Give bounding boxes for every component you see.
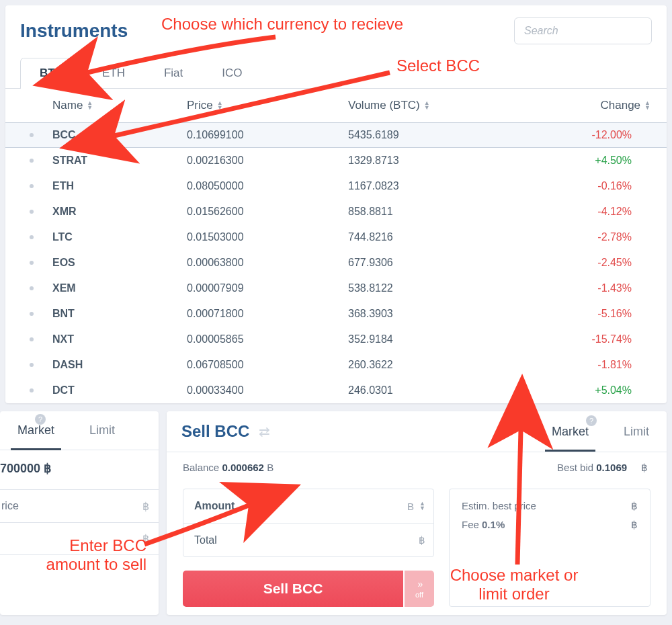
column-volume[interactable]: Volume (BTC) ▲▼: [348, 99, 516, 112]
sell-tab-market[interactable]: Market: [534, 413, 606, 451]
cell-volume: 246.0301: [348, 384, 516, 397]
cell-change: -1.81%: [516, 359, 650, 371]
cell-change: -1.43%: [516, 282, 650, 294]
swap-icon[interactable]: ⇄: [259, 427, 270, 435]
sell-panel: Sell BCC ⇄ ? Market Limit Balance 0.0006…: [167, 411, 667, 615]
btc-unit-icon: ฿: [631, 519, 638, 531]
tab-ico[interactable]: ICO: [202, 58, 261, 88]
column-name-label: Name: [52, 99, 83, 112]
currency-tabs: BTC ETH Fiat ICO: [5, 50, 667, 89]
table-row[interactable]: BCC0.106991005435.6189-12.00%: [5, 122, 667, 148]
cell-change: -2.45%: [516, 257, 650, 269]
cell-price: 0.00063800: [187, 257, 348, 269]
tab-fiat[interactable]: Fiat: [144, 58, 202, 88]
off-label: off: [415, 591, 423, 599]
buy-panel-fragment: ? Market Limit 700000 ฿ rice ฿ ฿: [0, 411, 159, 615]
status-dot: [30, 210, 34, 214]
off-toggle[interactable]: » off: [405, 571, 434, 607]
fee-text: Fee 0.1%: [462, 519, 505, 531]
table-row[interactable]: DCT0.00033400246.0301+5.04%: [5, 378, 667, 403]
cell-volume: 260.3622: [348, 359, 516, 371]
cell-change: +5.04%: [516, 384, 650, 397]
cell-change: +4.50%: [516, 155, 650, 167]
sell-button[interactable]: Sell BCC: [183, 571, 403, 607]
table-row[interactable]: DASH0.06708500260.3622-1.81%: [5, 352, 667, 378]
cell-price: 0.01503000: [187, 231, 348, 243]
cell-price: 0.06708500: [187, 359, 348, 371]
column-name[interactable]: Name ▲▼: [52, 99, 187, 112]
status-dot: [30, 133, 34, 137]
column-change-label: Change: [601, 99, 641, 112]
cell-volume: 538.8122: [348, 282, 516, 294]
cell-volume: 1329.8713: [348, 155, 516, 167]
cell-change: -0.16%: [516, 180, 650, 192]
cell-change: -15.74%: [516, 333, 650, 345]
status-dot: [30, 312, 34, 316]
amount-unit: B: [407, 501, 414, 512]
cell-price: 0.00033400: [187, 384, 348, 397]
left-balance: 700000 ฿: [0, 450, 159, 489]
left-price-row: rice ฿: [0, 490, 159, 522]
cell-change: -4.12%: [516, 206, 650, 218]
column-volume-label: Volume (BTC): [348, 99, 420, 112]
table-row[interactable]: NXT0.00005865352.9184-15.74%: [5, 327, 667, 352]
table-row[interactable]: XEM0.00007909538.8122-1.43%: [5, 276, 667, 301]
status-dot: [30, 159, 34, 163]
total-label: Total: [194, 534, 217, 546]
table-row[interactable]: STRAT0.002163001329.8713+4.50%: [5, 148, 667, 173]
table-body[interactable]: BCC0.106991005435.6189-12.00%STRAT0.0021…: [5, 122, 667, 403]
table-row[interactable]: EOS0.00063800677.9306-2.45%: [5, 250, 667, 276]
cell-volume: 5435.6189: [348, 129, 516, 141]
cell-volume: 1167.0823: [348, 180, 516, 192]
amount-label: Amount: [194, 500, 235, 512]
table-row[interactable]: BNT0.00071800368.3903-5.16%: [5, 301, 667, 327]
sell-tab-limit[interactable]: Limit: [606, 413, 667, 451]
status-dot: [30, 184, 34, 188]
amount-input[interactable]: Amount B ▲▼: [183, 489, 433, 523]
table-row[interactable]: ETH0.080500001167.0823-0.16%: [5, 173, 667, 199]
stepper-icon[interactable]: ▲▼: [419, 501, 425, 511]
cell-name: STRAT: [52, 155, 187, 167]
cell-name: EOS: [52, 257, 187, 269]
cell-name: LTC: [52, 231, 187, 243]
search-input[interactable]: [514, 17, 652, 44]
left-price-label: rice: [0, 500, 19, 512]
cell-name: ETH: [52, 180, 187, 192]
sort-icon: ▲▼: [424, 101, 430, 110]
cell-price: 0.01562600: [187, 206, 348, 218]
status-dot: [30, 337, 34, 341]
tab-btc[interactable]: BTC: [20, 58, 83, 89]
cell-price: 0.00005865: [187, 333, 348, 345]
balance-text: Balance 0.000662 B: [183, 462, 274, 474]
order-tab-limit[interactable]: Limit: [72, 411, 132, 450]
cell-volume: 744.8216: [348, 231, 516, 243]
column-price[interactable]: Price ▲▼: [187, 99, 348, 112]
column-change[interactable]: Change ▲▼: [516, 99, 650, 112]
cell-price: 0.08050000: [187, 180, 348, 192]
sort-icon: ▲▼: [217, 101, 223, 110]
estimate-box: Estim. best price ฿ Fee 0.1% ฿: [449, 489, 650, 607]
total-unit: ฿: [419, 534, 425, 546]
cell-volume: 368.3903: [348, 308, 516, 320]
table-row[interactable]: XMR0.01562600858.8811-4.12%: [5, 199, 667, 224]
order-tab-market[interactable]: Market: [0, 411, 72, 450]
cell-name: BNT: [52, 308, 187, 320]
column-price-label: Price: [187, 99, 213, 112]
cell-price: 0.00007909: [187, 282, 348, 294]
table-row[interactable]: LTC0.01503000744.8216-2.78%: [5, 224, 667, 250]
sort-icon: ▲▼: [87, 101, 93, 110]
status-dot: [30, 363, 34, 367]
cell-price: 0.00071800: [187, 308, 348, 320]
cell-change: -12.00%: [516, 129, 650, 141]
status-dot: [30, 261, 34, 265]
tab-eth[interactable]: ETH: [83, 58, 144, 88]
cell-volume: 858.8811: [348, 206, 516, 218]
status-dot: [30, 286, 34, 290]
total-input[interactable]: Total ฿: [183, 523, 433, 556]
sell-title: Sell BCC: [181, 411, 249, 452]
cell-volume: 677.9306: [348, 257, 516, 269]
sort-icon: ▲▼: [644, 101, 650, 110]
cell-name: DASH: [52, 359, 187, 371]
cell-name: NXT: [52, 333, 187, 345]
status-dot: [30, 235, 34, 239]
